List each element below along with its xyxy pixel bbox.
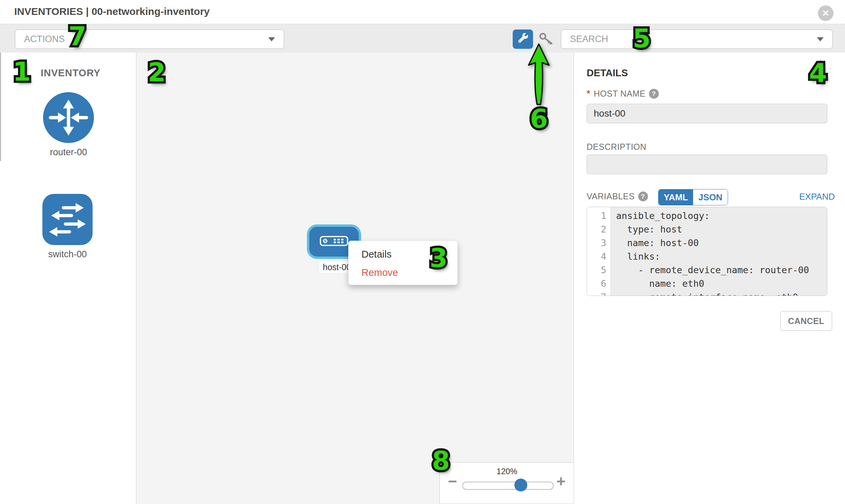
expand-link[interactable]: EXPAND [799, 192, 835, 202]
zoom-slider-track[interactable] [462, 482, 554, 490]
code-line: links: [616, 250, 827, 263]
host-icon [320, 236, 348, 248]
code-line: remote_interface_name: eth0 [616, 290, 827, 296]
topology-canvas[interactable]: host-00 Details Remove 120% − + [136, 53, 574, 504]
cancel-button[interactable]: CANCEL [780, 311, 832, 331]
line-number: 1 [587, 209, 610, 223]
chevron-down-icon [817, 37, 824, 41]
code-line: type: host [616, 223, 827, 236]
description-label: DESCRIPTION [587, 142, 646, 152]
host-name-label-row: * HOST NAME ? [587, 88, 659, 99]
zoom-control-panel: 120% − + [439, 462, 574, 504]
toolbar: ACTIONS SEARCH [0, 24, 845, 53]
variables-label: VARIABLES [587, 192, 635, 201]
actions-dropdown-label: ACTIONS [24, 34, 65, 44]
variables-format-toggle: YAML JSON [658, 189, 728, 205]
configure-tools-button[interactable] [513, 30, 533, 49]
router-icon [43, 92, 94, 144]
description-input[interactable] [587, 155, 827, 174]
help-icon[interactable]: ? [638, 192, 648, 201]
host-name-label: HOST NAME [594, 89, 646, 98]
details-panel: DETAILS * HOST NAME ? DESCRIPTION VARIAB… [574, 53, 845, 504]
search-dropdown-label: SEARCH [570, 34, 608, 44]
inventory-palette-title: INVENTORY [41, 68, 101, 79]
code-line: name: host-00 [616, 236, 827, 250]
chevron-down-icon [268, 37, 275, 41]
node-context-menu: Details Remove [348, 241, 458, 285]
line-number: 3 [587, 236, 610, 250]
editor-code-area[interactable]: ansible_topology: type: host name: host-… [611, 207, 827, 295]
format-option-yaml[interactable]: YAML [658, 190, 693, 205]
inventory-palette: INVENTORY router-00 [0, 53, 136, 504]
line-number: 7 [587, 290, 610, 296]
switch-icon [42, 194, 92, 247]
host-name-input[interactable] [587, 104, 827, 123]
palette-item-switch[interactable]: switch-00 [42, 194, 92, 259]
page-title: INVENTORIES | 00-networking-inventory [14, 6, 210, 17]
key-icon [539, 32, 554, 47]
zoom-slider-thumb[interactable] [514, 479, 527, 491]
line-number: 4 [587, 250, 610, 263]
code-line: name: eth0 [616, 277, 827, 290]
zoom-out-button[interactable]: − [448, 472, 457, 490]
search-dropdown[interactable]: SEARCH [561, 30, 833, 49]
line-number: 5 [587, 263, 610, 277]
palette-item-router[interactable]: router-00 [43, 92, 94, 158]
required-asterisk: * [587, 88, 591, 99]
details-panel-title: DETAILS [587, 68, 628, 79]
breadcrumb-bar: INVENTORIES | 00-networking-inventory ✕ [0, 0, 845, 24]
variables-label-row: VARIABLES ? [587, 192, 648, 201]
actions-dropdown[interactable]: ACTIONS [15, 30, 284, 49]
zoom-in-button[interactable]: + [557, 472, 566, 490]
code-line: - remote_device_name: router-00 [616, 263, 827, 277]
context-menu-item-remove[interactable]: Remove [349, 263, 457, 282]
description-label-row: DESCRIPTION [587, 142, 646, 152]
key-credentials-button[interactable] [539, 32, 554, 47]
help-icon[interactable]: ? [649, 89, 659, 98]
networking-inventory-app: INVENTORIES | 00-networking-inventory ✕ … [0, 0, 845, 504]
variables-editor[interactable]: 1 2 3 4 5 6 7 ansible_topology: type: ho… [587, 207, 827, 296]
palette-scroll-edge [0, 53, 1, 161]
zoom-level-value: 120% [440, 467, 574, 476]
palette-item-label: switch-00 [48, 249, 87, 259]
code-line: ansible_topology: [616, 209, 827, 223]
line-number: 2 [587, 223, 610, 236]
close-icon[interactable]: ✕ [818, 5, 833, 21]
editor-line-numbers: 1 2 3 4 5 6 7 [587, 207, 611, 295]
format-option-json[interactable]: JSON [693, 190, 728, 205]
line-number: 6 [587, 277, 610, 290]
context-menu-item-details[interactable]: Details [349, 245, 457, 263]
wrench-icon [517, 33, 529, 46]
palette-item-label: router-00 [50, 147, 87, 158]
